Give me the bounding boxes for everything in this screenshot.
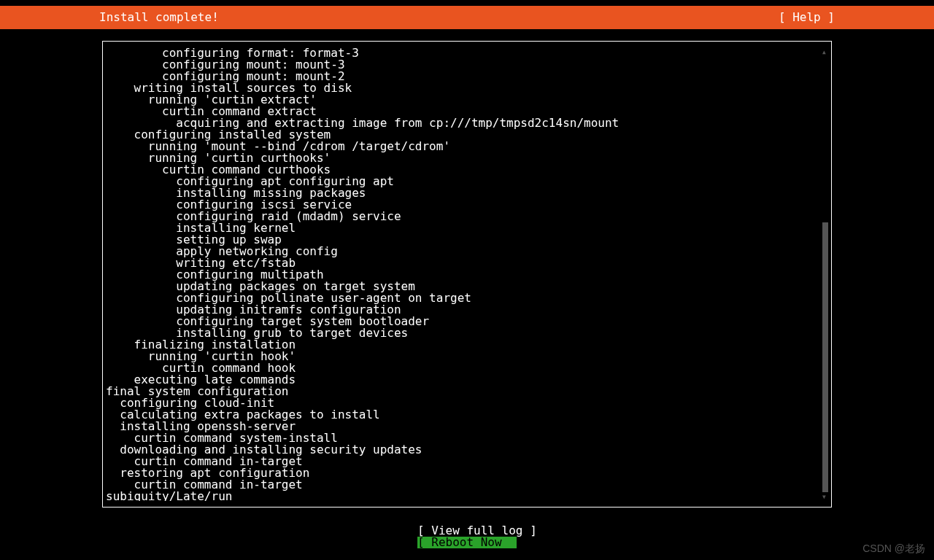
install-log-output: configuring format: format-3 configuring… xyxy=(106,47,819,501)
scroll-down-arrow[interactable]: ▾ xyxy=(822,491,827,502)
scroll-up-arrow[interactable]: ▴ xyxy=(822,46,827,58)
watermark-text: CSDN @老扬 xyxy=(862,542,925,554)
page-title: Install complete! xyxy=(99,12,219,23)
help-button[interactable]: [ Help ] xyxy=(779,12,835,23)
install-log-panel: configuring format: format-3 configuring… xyxy=(102,41,832,508)
scrollbar-thumb[interactable] xyxy=(822,222,828,492)
reboot-now-button[interactable]: [ Reboot Now ] xyxy=(417,537,517,548)
